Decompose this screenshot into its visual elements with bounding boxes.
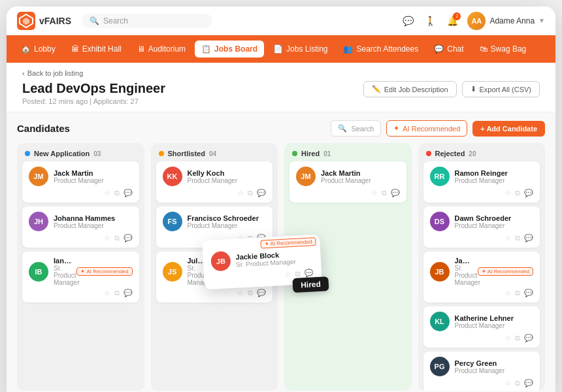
card-avatar: FS <box>163 212 182 231</box>
copy-icon[interactable]: ⧉ <box>515 334 520 342</box>
candidate-card[interactable]: RR Ramon Reinger Product Manager ☆ ⧉ 💬 <box>423 161 540 203</box>
nav-item-jobs-board[interactable]: 📋Jobs Board <box>195 41 264 57</box>
card-avatar: KK <box>163 167 182 186</box>
main-content: ‹ Back to job listing Lead DevOps Engine… <box>7 63 555 392</box>
ai-recommended-btn[interactable]: ✦ AI Recommended <box>386 120 467 137</box>
star-icon[interactable]: ☆ <box>104 189 110 197</box>
add-candidate-btn[interactable]: + Add Candidate <box>472 121 545 137</box>
card-name: Jack Martin <box>321 169 400 177</box>
col-header-hired: Hired 01 <box>284 143 412 161</box>
nav-item-chat[interactable]: 💬Chat <box>427 41 470 57</box>
ai-badge: ✦AI Recommended <box>210 267 266 276</box>
candidate-card[interactable]: IB Ian Beahan Sr. Product Manager ✦AI Re… <box>22 252 139 302</box>
nav-label: Auditorium <box>148 44 186 54</box>
card-footer: ☆ ⧉ 💬 <box>430 334 534 342</box>
copy-icon[interactable]: ⧉ <box>382 189 387 197</box>
chat-icon[interactable]: 💬 <box>124 289 133 297</box>
star-icon[interactable]: ☆ <box>237 289 244 297</box>
candidate-card[interactable]: KL Katherine Lehner Product Manager ☆ ⧉ … <box>423 306 540 348</box>
candidates-search-input[interactable]: 🔍 Search <box>331 120 381 137</box>
copy-icon[interactable]: ⧉ <box>515 234 520 242</box>
candidate-card[interactable]: KK Kelly Koch Product Manager ☆ ⧉ 💬 <box>156 161 273 203</box>
star-icon[interactable]: ☆ <box>371 189 378 197</box>
star-icon[interactable]: ☆ <box>504 234 511 242</box>
star-icon[interactable]: ☆ <box>504 189 511 197</box>
chat-icon-btn[interactable]: 💬 <box>401 14 415 28</box>
candidate-card[interactable]: JH Johanna Hammes Product Manager ☆ ⧉ 💬 <box>22 206 139 248</box>
candidate-card[interactable]: DS Dawn Schroeder Product Manager ☆ ⧉ 💬 <box>423 206 540 248</box>
top-bar: vFAIRS 🔍 Search 💬 🚶 🔔 2 AA Adame Anna ▼ <box>7 7 555 35</box>
chat-icon[interactable]: 💬 <box>524 289 533 297</box>
col-title-new: New Application <box>34 150 90 157</box>
edit-job-btn[interactable]: ✏️ Edit Job Description <box>363 81 457 97</box>
search-bar-top[interactable]: 🔍 Search <box>82 14 212 28</box>
user-avatar-btn[interactable]: AA Adame Anna ▼ <box>467 12 545 30</box>
star-icon[interactable]: ☆ <box>237 234 244 242</box>
nav-item-exhibit-hall[interactable]: 🏛Exhibit Hall <box>65 41 128 57</box>
chat-icon[interactable]: 💬 <box>124 234 133 242</box>
nav-label: Exhibit Hall <box>82 44 122 54</box>
copy-icon[interactable]: ⧉ <box>248 234 253 242</box>
card-info: Dawn Schroeder Product Manager <box>455 214 534 229</box>
card-info: Jack Martin Product Manager <box>54 169 133 184</box>
chat-icon[interactable]: 💬 <box>257 289 266 297</box>
copy-icon[interactable]: ⧉ <box>114 234 120 242</box>
chat-icon[interactable]: 💬 <box>524 379 533 387</box>
col-header-rejected: Rejected 20 <box>418 143 546 161</box>
card-name: Dawn Schroeder <box>455 214 534 222</box>
candidate-card[interactable]: PG Percy Green Product Manager ☆ ⧉ 💬 <box>423 351 540 391</box>
candidate-card[interactable]: JB Javier Brekke Sr. Product Manager ✦AI… <box>423 252 540 302</box>
chat-icon[interactable]: 💬 <box>124 189 133 197</box>
copy-icon[interactable]: ⧉ <box>515 189 520 197</box>
copy-icon[interactable]: ⧉ <box>515 379 520 387</box>
copy-icon[interactable]: ⧉ <box>515 289 520 297</box>
candidate-card[interactable]: JM Jack Martin Product Manager ☆ ⧉ 💬 <box>22 161 139 203</box>
star-icon[interactable]: ☆ <box>504 289 511 297</box>
chat-icon[interactable]: 💬 <box>257 189 266 197</box>
logo-icon <box>17 12 35 30</box>
candidate-card[interactable]: FS Francisco Schroeder Product Manager ☆… <box>156 206 273 248</box>
ai-btn-label: AI Recommended <box>403 125 460 133</box>
nav-item-lobby[interactable]: 🏠Lobby <box>14 41 62 57</box>
card-role: Sr. Product Manager <box>188 265 205 286</box>
col-title-rejected: Rejected <box>435 150 465 157</box>
person-icon-btn[interactable]: 🚶 <box>423 14 437 28</box>
copy-icon[interactable]: ⧉ <box>248 189 253 197</box>
bell-icon-btn[interactable]: 🔔 2 <box>445 14 459 28</box>
card-avatar: JS <box>163 262 182 282</box>
card-info: Julie Sanford Sr. Product Manager <box>188 257 205 286</box>
card-info: Kelly Koch Product Manager <box>188 169 267 184</box>
star-icon[interactable]: ☆ <box>104 234 110 242</box>
card-avatar: IB <box>29 262 48 282</box>
export-csv-btn[interactable]: ⬇ Export All (CSV) <box>462 81 540 97</box>
nav-item-auditorium[interactable]: 🖥Auditorium <box>131 41 192 57</box>
star-icon[interactable]: ☆ <box>504 334 511 342</box>
back-link[interactable]: ‹ Back to job listing <box>22 69 540 77</box>
candidate-card[interactable]: JS Julie Sanford Sr. Product Manager ✦AI… <box>156 252 273 302</box>
chat-icon[interactable]: 💬 <box>524 234 533 242</box>
card-name: Francisco Schroeder <box>188 214 267 222</box>
nav-item-search-attendees[interactable]: 👥Search Attendees <box>337 41 425 57</box>
chat-icon[interactable]: 💬 <box>524 189 533 197</box>
chat-icon[interactable]: 💬 <box>524 334 533 342</box>
chat-icon[interactable]: 💬 <box>391 189 400 197</box>
card-role: Sr. Product Manager <box>455 265 472 286</box>
star-icon[interactable]: ☆ <box>104 289 110 297</box>
copy-icon[interactable]: ⧉ <box>248 289 253 297</box>
copy-icon[interactable]: ⧉ <box>114 289 120 297</box>
star-icon[interactable]: ☆ <box>504 379 511 387</box>
card-name: Ramon Reinger <box>455 169 534 177</box>
card-footer: ☆ ⧉ 💬 <box>29 289 133 297</box>
copy-icon[interactable]: ⧉ <box>114 189 120 197</box>
card-footer: ☆ ⧉ 💬 <box>29 234 133 242</box>
card-footer: ☆ ⧉ 💬 <box>163 289 267 297</box>
candidate-card[interactable]: JM Jack Martin Product Manager ☆ ⧉ 💬 <box>289 161 406 203</box>
nav-item-jobs-listing[interactable]: 📄Jobs Listing <box>267 41 334 57</box>
card-top: JS Julie Sanford Sr. Product Manager ✦AI… <box>163 257 267 286</box>
kanban-col-hired: Hired 01 JM Jack Martin Product Manager … <box>284 143 412 391</box>
nav-item-swag-bag[interactable]: 🛍Swag Bag <box>473 41 533 57</box>
col-title-shortlisted: Shortlisted <box>168 150 205 157</box>
star-icon[interactable]: ☆ <box>237 189 244 197</box>
chat-icon[interactable]: 💬 <box>257 234 266 242</box>
chevron-left-icon: ‹ <box>22 69 25 77</box>
